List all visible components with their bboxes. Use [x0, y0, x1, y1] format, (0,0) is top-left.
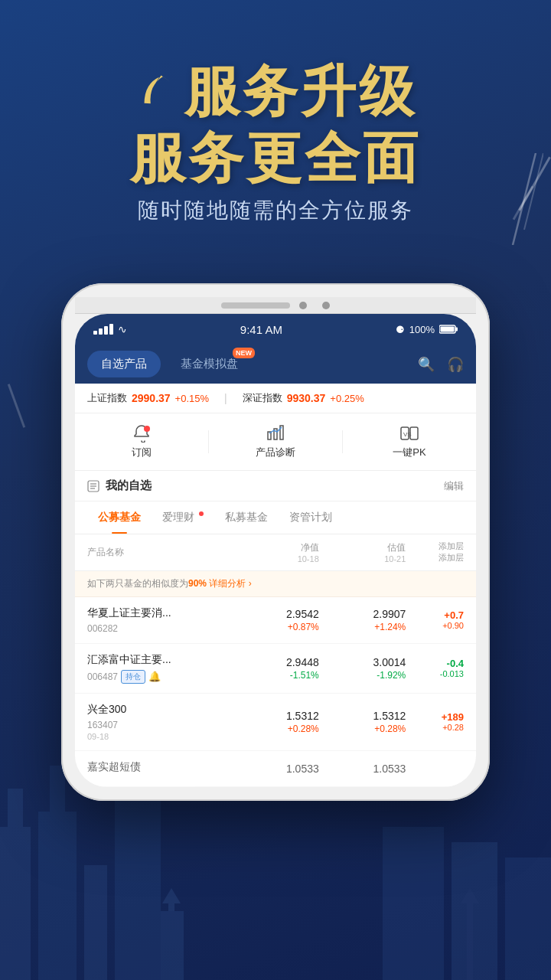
th-nav-label: 净值 [232, 541, 319, 554]
nav-tab-zixi[interactable]: 自选产品 [87, 351, 161, 377]
fund-code-number-2: 006487 [87, 671, 118, 682]
market-ticker: 上证指数 2990.37 +0.15% | 深证指数 9930.37 +0.25… [75, 384, 476, 413]
notch-camera2 [322, 302, 330, 309]
ticker-sz-change: +0.25% [330, 393, 364, 404]
section-header: 我的自选 编辑 [75, 471, 476, 501]
notch-camera [299, 302, 307, 309]
similarity-alert: 如下两只基金的相似度为 90% 详细分析 › [75, 571, 476, 597]
signal-bar-2 [99, 328, 103, 335]
nav-icons: 🔍 🎧 [418, 356, 464, 373]
fund-return-1: +0.7 [406, 609, 464, 621]
notch-speaker [221, 302, 290, 309]
pk-label: 一键PK [393, 446, 425, 459]
svg-rect-2 [38, 812, 77, 980]
fund-nav-4: 1.0533 [232, 763, 319, 775]
ticker-sh-change: +0.15% [175, 393, 209, 404]
fund-bell-2: 🔔 [148, 671, 161, 682]
svg-rect-4 [84, 865, 107, 980]
fund-code-2: 006487 持仓 🔔 [87, 670, 232, 684]
similarity-link[interactable]: 详细分析 › [209, 577, 251, 590]
main-title-line2: 服务更全面 [0, 128, 551, 188]
main-title-text2: 服务更全面 [130, 127, 421, 188]
subscribe-label: 订阅 [132, 446, 152, 459]
fund-row-3[interactable]: 兴全300 163407 09-18 1.5312 +0.28% 1.5312 … [75, 694, 476, 751]
fund-est-4: 1.0533 [319, 763, 406, 775]
phone-screen: ∿ 9:41 AM ⚈ 100% 自选产品 [75, 314, 476, 787]
cat-tab-wealth-label: 爱理财 [162, 511, 194, 523]
fund-nav-2: 2.9448 -1.51% [232, 656, 319, 681]
bell-icon [132, 424, 151, 443]
diagnose-label: 产品诊断 [256, 446, 295, 459]
svg-rect-12 [505, 858, 551, 980]
battery-text: 100% [409, 324, 435, 335]
fund-nav-change-3: +0.28% [232, 724, 319, 734]
fund-return-sub-2: -0.013 [406, 669, 464, 678]
similarity-text: 如下两只基金的相似度为 [87, 577, 188, 590]
fund-info-3: 兴全300 163407 09-18 [87, 703, 232, 741]
signal-bar-4 [109, 324, 113, 335]
phone-notch [75, 297, 476, 314]
svg-rect-18 [455, 328, 458, 332]
ticker-shenzhen: 深证指数 9930.37 +0.25% [243, 391, 364, 405]
fund-info-2: 汇添富中证主要... 006487 持仓 🔔 [87, 653, 232, 684]
cat-tab-private[interactable]: 私募基金 [214, 501, 279, 534]
fund-date-note-3: 09-18 [87, 732, 232, 741]
th-est-date: 10-21 [319, 554, 406, 564]
th-nav-date: 10-18 [232, 554, 319, 564]
nav-tab-jijin[interactable]: 基金模拟盘 NEW [167, 351, 252, 377]
cat-tab-wealth[interactable]: 爱理财 [152, 501, 214, 534]
svg-point-20 [144, 426, 150, 432]
quick-action-diagnose[interactable]: 产品诊断 [209, 424, 342, 459]
fund-nav-value-2: 2.9448 [232, 656, 319, 668]
fund-return-sub-1: +0.90 [406, 621, 464, 630]
fund-est-change-2: -1.92% [319, 670, 406, 681]
fund-nav-value-3: 1.5312 [232, 710, 319, 722]
search-icon[interactable]: 🔍 [418, 356, 435, 373]
th-est-label: 估值 [319, 541, 406, 554]
cat-tab-public[interactable]: 公募基金 [87, 501, 152, 534]
fund-nav-1: 2.9542 +0.87% [232, 608, 319, 632]
section-edit-btn[interactable]: 编辑 [444, 479, 464, 493]
battery-icon [439, 325, 458, 334]
svg-rect-19 [440, 327, 454, 332]
category-tabs: 公募基金 爱理财 私募基金 资管计划 [75, 501, 476, 534]
fund-nav-change-2: -1.51% [232, 670, 319, 681]
fund-row-1[interactable]: 华夏上证主要消... 006282 2.9542 +0.87% 2.9907 +… [75, 597, 476, 644]
svg-marker-8 [162, 888, 181, 903]
th-est: 估值 10-21 [319, 541, 406, 564]
wealth-dot [199, 511, 204, 516]
quick-action-subscribe[interactable]: 订阅 [75, 424, 208, 459]
fund-name-2: 汇添富中证主要... [87, 653, 232, 667]
subtitle-text: 随时随地随需的全方位服务 [0, 196, 551, 225]
fund-info-4: 嘉实超短债 [87, 760, 232, 777]
watchlist-icon [87, 480, 99, 492]
cat-tab-asset[interactable]: 资管计划 [279, 501, 343, 534]
main-title-text1: 服务升级 [184, 61, 417, 122]
ticker-sh-label: 上证指数 [87, 391, 127, 405]
main-title-line1: 服务升级 [0, 61, 551, 122]
svg-rect-0 [0, 827, 31, 980]
fund-code-1: 006282 [87, 623, 232, 634]
signal-bar-3 [104, 326, 108, 335]
vs-icon: VS [400, 424, 419, 443]
fund-row-4[interactable]: 嘉实超短债 1.0533 1.0533 [75, 751, 476, 787]
th-name: 产品名称 [87, 546, 232, 559]
fund-est-change-1: +1.24% [319, 622, 406, 632]
wifi-icon: ∿ [118, 323, 127, 335]
bluetooth-icon: ⚈ [396, 324, 405, 335]
nav-badge-new: NEW [233, 348, 255, 358]
ticker-sz-label: 深证指数 [243, 391, 282, 405]
svg-rect-10 [383, 827, 444, 980]
fund-est-value-1: 2.9907 [319, 608, 406, 620]
fund-info-1: 华夏上证主要消... 006282 [87, 606, 232, 634]
fund-row-2[interactable]: 汇添富中证主要... 006487 持仓 🔔 2.9448 -1.51% 3.0… [75, 644, 476, 694]
quick-action-pk[interactable]: VS 一键PK [343, 424, 476, 459]
chart-icon [266, 424, 285, 443]
quick-actions: 订阅 产品诊断 VS [75, 413, 476, 471]
fund-est-value-3: 1.5312 [319, 710, 406, 722]
svg-rect-13 [467, 903, 473, 980]
fund-code-number-1: 006282 [87, 623, 118, 634]
headset-icon[interactable]: 🎧 [447, 356, 464, 373]
fund-est-2: 3.0014 -1.92% [319, 656, 406, 681]
fund-nav-3: 1.5312 +0.28% [232, 710, 319, 734]
